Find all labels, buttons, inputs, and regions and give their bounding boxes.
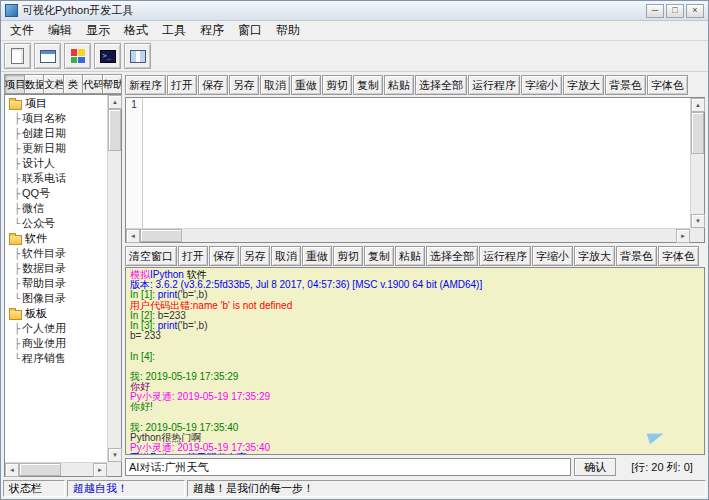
toolbar-button[interactable]: 重做: [302, 246, 332, 266]
line-number: 1: [131, 99, 137, 110]
editor-vertical-scrollbar[interactable]: ▲ ▼: [690, 98, 704, 228]
toolbar-button[interactable]: 复制: [353, 75, 383, 95]
tree-item[interactable]: ├创建日期: [7, 126, 106, 141]
toolbar-button[interactable]: 字缩小: [532, 246, 573, 266]
tab[interactable]: 项目: [4, 74, 25, 94]
menu-item[interactable]: 显示: [79, 21, 117, 40]
scrollbar-thumb[interactable]: [691, 112, 704, 154]
tree-item[interactable]: ├微信: [7, 201, 106, 216]
tab[interactable]: 帮助: [103, 74, 123, 94]
toolbar-button[interactable]: 保存: [209, 246, 239, 266]
toolbar-button[interactable]: 背景色: [605, 75, 646, 95]
toolbar-button[interactable]: 剪切: [333, 246, 363, 266]
toolbar-button[interactable]: 取消: [271, 246, 301, 266]
tree-folder[interactable]: 板板: [7, 306, 106, 321]
toolbar-button[interactable]: 另存: [240, 246, 270, 266]
scroll-down-arrow[interactable]: ▼: [691, 214, 705, 228]
table-view-button[interactable]: [124, 43, 151, 69]
menu-item[interactable]: 程序: [193, 21, 231, 40]
tree-horizontal-scrollbar[interactable]: ◄ ►: [5, 462, 107, 476]
maximize-button[interactable]: □: [666, 4, 684, 18]
toolbar-button[interactable]: 复制: [364, 246, 394, 266]
editor-horizontal-scrollbar[interactable]: ◄ ►: [126, 228, 690, 242]
tab[interactable]: 代码: [83, 74, 103, 94]
tree-item[interactable]: ├设计人: [7, 156, 106, 171]
toolbar-button[interactable]: 取消: [260, 75, 290, 95]
minimize-button[interactable]: ─: [646, 4, 664, 18]
toolbar-button[interactable]: 保存: [198, 75, 228, 95]
toolbar-button[interactable]: 打开: [167, 75, 197, 95]
scrollbar-thumb[interactable]: [108, 109, 121, 151]
toolbar-button[interactable]: 运行程序: [479, 246, 531, 266]
toolbar-button[interactable]: 另存: [229, 75, 259, 95]
console-toolbar: 清空窗口打开保存另存取消重做剪切复制粘贴选择全部运行程序字缩小字放大背景色字体色: [125, 245, 705, 267]
tree-item[interactable]: ├商业使用: [7, 336, 106, 351]
toolbar-button[interactable]: 字放大: [563, 75, 604, 95]
console-line: 版本: 3.6.2 (v3.6.2:5fd33b5, Jul 8 2017, 0…: [130, 280, 700, 290]
toolbar-button[interactable]: 背景色: [616, 246, 657, 266]
toolbar-button[interactable]: 粘贴: [395, 246, 425, 266]
toolbar-button[interactable]: 运行程序: [468, 75, 520, 95]
tree-item[interactable]: ├数据目录: [7, 261, 106, 276]
scroll-right-arrow[interactable]: ►: [676, 229, 690, 243]
scrollbar-thumb[interactable]: [19, 463, 61, 476]
close-button[interactable]: ×: [686, 4, 704, 18]
code-editor[interactable]: 1 ▲ ▼ ◄ ►: [125, 97, 705, 243]
scroll-left-arrow[interactable]: ◄: [5, 463, 19, 477]
folder-icon: [9, 235, 22, 245]
status-cell: 状态栏: [3, 480, 65, 497]
scroll-left-arrow[interactable]: ◄: [126, 229, 140, 243]
tree-item[interactable]: ├项目名称: [7, 111, 106, 126]
scroll-up-arrow[interactable]: ▲: [691, 98, 705, 112]
form-window-button[interactable]: [34, 43, 61, 69]
menu-item[interactable]: 工具: [155, 21, 193, 40]
toolbar-button[interactable]: 剪切: [322, 75, 352, 95]
tree-item[interactable]: └程序销售: [7, 351, 106, 366]
tree-vertical-scrollbar[interactable]: ▲ ▼: [107, 95, 121, 462]
console-output[interactable]: 模拟IPython 软件版本: 3.6.2 (v3.6.2:5fd33b5, J…: [125, 267, 705, 455]
tree-item[interactable]: └图像目录: [7, 291, 106, 306]
toolbar-button[interactable]: 打开: [178, 246, 208, 266]
tab[interactable]: 文档: [44, 74, 64, 94]
tab[interactable]: 数据: [25, 74, 45, 94]
tree-item[interactable]: ├联系电话: [7, 171, 106, 186]
toolbar-button[interactable]: 清空窗口: [125, 246, 177, 266]
tree-item[interactable]: └公众号: [7, 216, 106, 231]
tree-folder[interactable]: 软件: [7, 231, 106, 246]
menu-item[interactable]: 格式: [117, 21, 155, 40]
tree-item[interactable]: ├QQ号: [7, 186, 106, 201]
toolbar-button[interactable]: 新程序: [125, 75, 166, 95]
toolbar-button[interactable]: 选择全部: [415, 75, 467, 95]
tree-branch: ├: [14, 248, 20, 259]
toolbar-button[interactable]: 粘贴: [384, 75, 414, 95]
console-window-button[interactable]: [94, 43, 121, 69]
new-file-button[interactable]: [4, 43, 31, 69]
scrollbar-track[interactable]: [108, 151, 121, 448]
toolbar-button[interactable]: 选择全部: [426, 246, 478, 266]
palette-button[interactable]: [64, 43, 91, 69]
tree-item[interactable]: ├个人使用: [7, 321, 106, 336]
confirm-button[interactable]: 确认: [574, 458, 616, 476]
tree-folder[interactable]: 项目: [7, 96, 106, 111]
scroll-right-arrow[interactable]: ►: [93, 463, 107, 477]
tree-item[interactable]: ├更新日期: [7, 141, 106, 156]
scrollbar-track[interactable]: [61, 463, 93, 476]
scroll-down-arrow[interactable]: ▼: [108, 448, 122, 462]
menu-item[interactable]: 帮助: [269, 21, 307, 40]
scrollbar-thumb[interactable]: [140, 229, 182, 242]
toolbar-button[interactable]: 字放大: [574, 246, 615, 266]
tree-item[interactable]: ├软件目录: [7, 246, 106, 261]
toolbar-button[interactable]: 字体色: [647, 75, 688, 95]
menu-item[interactable]: 编辑: [41, 21, 79, 40]
tab[interactable]: 类: [64, 74, 84, 94]
menu-item[interactable]: 文件: [3, 21, 41, 40]
menu-item[interactable]: 窗口: [231, 21, 269, 40]
toolbar-button[interactable]: 字体色: [658, 246, 699, 266]
scrollbar-track[interactable]: [182, 229, 676, 242]
toolbar-button[interactable]: 重做: [291, 75, 321, 95]
toolbar-button[interactable]: 字缩小: [521, 75, 562, 95]
scroll-up-arrow[interactable]: ▲: [108, 95, 122, 109]
ai-chat-input[interactable]: [125, 458, 571, 476]
tree-item[interactable]: ├帮助目录: [7, 276, 106, 291]
scrollbar-track[interactable]: [691, 154, 704, 214]
